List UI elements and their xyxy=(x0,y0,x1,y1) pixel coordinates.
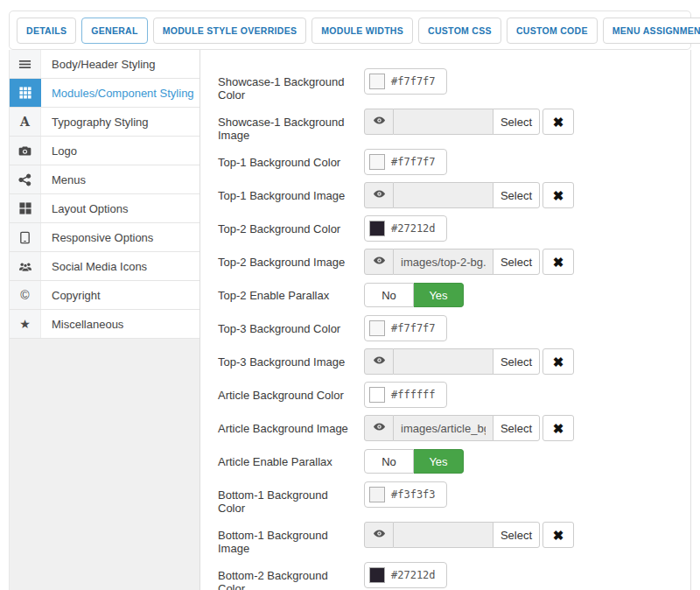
image-field: Select✖ xyxy=(364,415,574,441)
color-input[interactable]: #ffffff xyxy=(364,382,447,408)
preview-toggle-button[interactable] xyxy=(364,182,394,208)
sidebar-item-label: Logo xyxy=(41,137,200,165)
form-row: Article Background Color#ffffff xyxy=(218,382,675,408)
color-input[interactable]: #f7f7f7 xyxy=(364,68,447,95)
image-path-input[interactable] xyxy=(394,415,494,441)
image-field: Select✖ xyxy=(364,182,574,208)
field-label: Top-2 Background Color xyxy=(218,215,364,235)
color-swatch xyxy=(369,320,385,336)
sidebar-item-social-media-icons[interactable]: Social Media Icons xyxy=(10,252,200,281)
image-field: Select✖ xyxy=(364,249,574,275)
select-image-button[interactable]: Select xyxy=(493,348,540,375)
tab-custom-css[interactable]: CUSTOM CSS xyxy=(418,18,501,44)
color-input[interactable]: #27212d xyxy=(364,562,447,588)
clear-image-button[interactable]: ✖ xyxy=(542,348,574,375)
sidebar-item-menus[interactable]: Menus xyxy=(10,165,200,194)
sidebar-item-copyright[interactable]: ©Copyright xyxy=(10,281,200,310)
form-row: Bottom-2 Background Color#27212d xyxy=(218,562,675,590)
preview-toggle-button[interactable] xyxy=(364,415,394,441)
form-row: Top-3 Background ImageSelect✖ xyxy=(218,348,675,375)
image-path-input[interactable] xyxy=(394,109,494,135)
field-label: Bottom-2 Background Color xyxy=(218,562,364,590)
font-icon: A xyxy=(10,108,41,136)
select-image-button[interactable]: Select xyxy=(493,415,540,441)
select-image-button[interactable]: Select xyxy=(493,182,540,208)
color-value: #f7f7f7 xyxy=(391,156,436,168)
clear-icon: ✖ xyxy=(553,116,564,129)
sidebar-item-miscellaneous[interactable]: ★Miscellaneous xyxy=(10,310,200,339)
form-row: Top-2 Background Color#27212d xyxy=(218,215,675,242)
form-row: Showcase-1 Background ImageSelect✖ xyxy=(218,109,675,142)
color-value: #f7f7f7 xyxy=(391,322,436,334)
eye-icon xyxy=(373,354,386,369)
field-label: Showcase-1 Background Image xyxy=(218,109,364,142)
tab-general[interactable]: GENERAL xyxy=(81,18,147,44)
tab-menu-assignment[interactable]: MENU ASSIGNMENT xyxy=(603,18,700,44)
clear-image-button[interactable]: ✖ xyxy=(542,522,574,548)
settings-sidebar: Body/Header StylingModules/Component Sty… xyxy=(10,50,200,590)
clear-image-button[interactable]: ✖ xyxy=(542,415,574,441)
sidebar-item-layout-options[interactable]: Layout Options xyxy=(10,194,200,223)
sidebar-item-typography-styling[interactable]: ATypography Styling xyxy=(10,108,200,137)
parallax-no-button[interactable]: No xyxy=(364,283,414,307)
preview-toggle-button[interactable] xyxy=(364,109,394,135)
tab-module-widths[interactable]: MODULE WIDTHS xyxy=(312,18,413,44)
image-field: Select✖ xyxy=(364,522,574,548)
color-input[interactable]: #f7f7f7 xyxy=(364,315,447,341)
image-path-input[interactable] xyxy=(394,522,494,548)
color-value: #27212d xyxy=(391,569,436,581)
eye-icon xyxy=(373,187,386,203)
field-label: Top-2 Enable Parallax xyxy=(218,282,364,302)
image-field: Select✖ xyxy=(364,109,574,135)
clear-icon: ✖ xyxy=(553,256,564,269)
tab-details[interactable]: DETAILS xyxy=(17,18,76,44)
parallax-yes-button[interactable]: Yes xyxy=(414,283,464,307)
image-path-input[interactable] xyxy=(394,182,494,208)
color-value: #27212d xyxy=(391,222,436,235)
form-row: Bottom-1 Background Color#f3f3f3 xyxy=(218,481,675,515)
sidebar-item-responsive-options[interactable]: Responsive Options xyxy=(10,223,200,252)
parallax-no-button[interactable]: No xyxy=(364,449,414,474)
tab-bar: DETAILSGENERALMODULE STYLE OVERRIDESMODU… xyxy=(9,11,691,50)
form-row: Article Background ImageSelect✖ xyxy=(218,415,675,441)
color-input[interactable]: #27212d xyxy=(364,215,447,242)
color-swatch xyxy=(369,154,385,170)
sidebar-item-logo[interactable]: Logo xyxy=(10,137,200,165)
field-label: Top-1 Background Color xyxy=(218,149,364,169)
eye-icon xyxy=(373,527,386,543)
parallax-yes-button[interactable]: Yes xyxy=(414,449,464,474)
preview-toggle-button[interactable] xyxy=(364,348,394,375)
parallax-toggle: NoYes xyxy=(364,283,464,307)
star-icon: ★ xyxy=(10,310,41,338)
select-image-button[interactable]: Select xyxy=(493,109,540,135)
preview-toggle-button[interactable] xyxy=(364,522,394,548)
tab-module-style-overrides[interactable]: MODULE STYLE OVERRIDES xyxy=(153,18,307,44)
select-image-button[interactable]: Select xyxy=(493,249,540,275)
select-image-button[interactable]: Select xyxy=(493,522,540,548)
clear-image-button[interactable]: ✖ xyxy=(542,109,574,135)
tab-custom-code[interactable]: CUSTOM CODE xyxy=(507,18,598,44)
image-path-input[interactable] xyxy=(394,249,494,275)
field-label: Top-3 Background Color xyxy=(218,315,364,335)
settings-content: Body/Header StylingModules/Component Sty… xyxy=(9,50,691,590)
sidebar-item-label: Layout Options xyxy=(41,194,200,222)
form-row: Showcase-1 Background Color#f7f7f7 xyxy=(218,68,675,102)
form-row: Bottom-1 Background ImageSelect✖ xyxy=(218,522,675,555)
clear-image-button[interactable]: ✖ xyxy=(542,249,574,275)
sidebar-item-body-header-styling[interactable]: Body/Header Styling xyxy=(10,50,200,79)
clear-image-button[interactable]: ✖ xyxy=(542,182,574,208)
clear-icon: ✖ xyxy=(553,189,564,202)
image-path-input[interactable] xyxy=(394,348,494,375)
preview-toggle-button[interactable] xyxy=(364,249,394,275)
form-row: Top-2 Background ImageSelect✖ xyxy=(218,249,675,275)
sidebar-item-label: Body/Header Styling xyxy=(41,50,200,78)
color-input[interactable]: #f7f7f7 xyxy=(364,149,447,175)
sidebar-item-modules-component-styling[interactable]: Modules/Component Styling xyxy=(10,79,200,108)
sidebar-item-label: Social Media Icons xyxy=(41,252,200,280)
field-label: Showcase-1 Background Color xyxy=(218,68,364,102)
field-label: Article Enable Parallax xyxy=(218,448,364,468)
eye-icon xyxy=(373,420,386,436)
image-field: Select✖ xyxy=(364,348,574,375)
share-icon xyxy=(10,165,41,193)
color-input[interactable]: #f3f3f3 xyxy=(364,481,447,508)
